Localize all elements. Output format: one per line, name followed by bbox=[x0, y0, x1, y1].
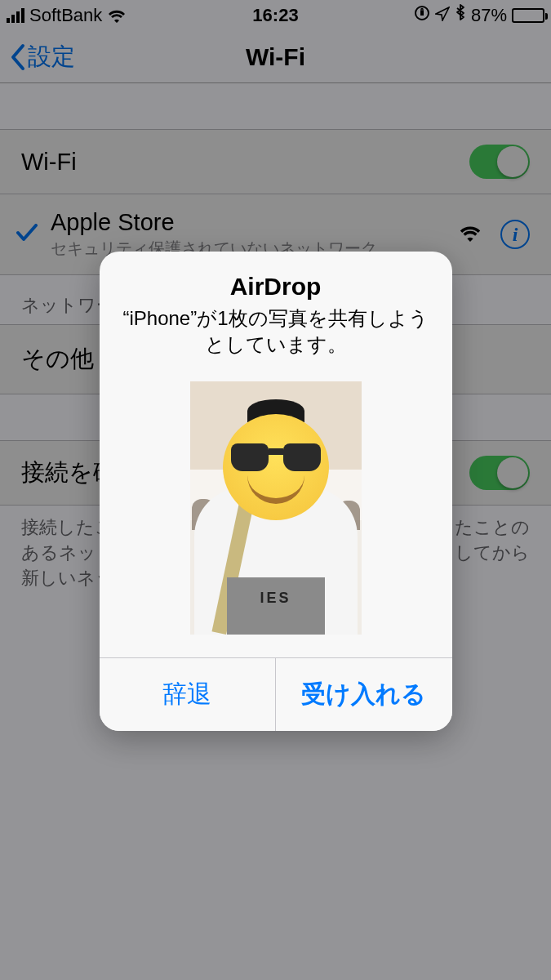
alert-title: AirDrop bbox=[119, 273, 433, 301]
modal-overlay: AirDrop “iPhone”が1枚の写真を共有しようとしています。 IES bbox=[0, 0, 551, 980]
accept-button[interactable]: 受け入れる bbox=[275, 658, 452, 731]
decline-button[interactable]: 辞退 bbox=[100, 658, 276, 731]
airdrop-preview-image: IES bbox=[190, 381, 362, 635]
airdrop-alert: AirDrop “iPhone”が1枚の写真を共有しようとしています。 IES bbox=[100, 252, 452, 731]
alert-message: “iPhone”が1枚の写真を共有しようとしています。 bbox=[119, 305, 433, 359]
sunglasses-emoji-icon bbox=[223, 414, 329, 520]
